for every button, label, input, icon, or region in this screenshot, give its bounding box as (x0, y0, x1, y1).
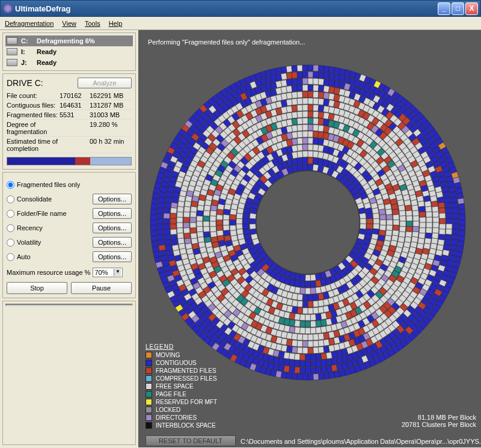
menu-view[interactable]: View (62, 20, 76, 27)
legend-title: LEGEND (146, 343, 217, 350)
radio-volatility[interactable]: Volatility (7, 239, 41, 247)
radio-auto-input[interactable] (7, 253, 14, 261)
progress-seg-free (90, 158, 131, 165)
resource-combo[interactable]: 70%▼ (93, 268, 123, 277)
val-contig: 164631 (60, 102, 90, 109)
label-contig: Contiguous files: (7, 102, 60, 109)
legend-label: CONTIGUOUS (156, 360, 197, 366)
val-eta: 00 h 32 min (90, 138, 132, 152)
drive-row-i[interactable]: I: Ready (5, 46, 133, 57)
legend-swatch (146, 399, 152, 405)
progress-bar (7, 157, 132, 165)
legend-row: INTERBLOCK SPACE (146, 422, 217, 429)
legend-swatch (146, 367, 152, 374)
label-filecount: File count: (7, 92, 60, 99)
legend-label: MOVING (156, 352, 180, 358)
defrag-status-text: Performing "Fragmented files only" defra… (148, 38, 305, 46)
radio-consolidate[interactable]: Consolidate (7, 195, 52, 203)
legend-swatch (146, 360, 152, 366)
drive-row-c[interactable]: C: Defragmenting 6% (5, 35, 133, 46)
legend-row: RESERVED FOR MFT (146, 398, 217, 406)
disk-visualization[interactable] (146, 60, 470, 385)
legend-swatch (146, 391, 152, 397)
label-frag: Fragmented files: (7, 111, 60, 118)
legend-row: DIRECTORIES (146, 414, 217, 422)
options-consolidate[interactable]: Options... (93, 194, 132, 204)
legend-label: RESERVED FOR MFT (156, 399, 217, 405)
log-area (5, 304, 133, 306)
content: C: Defragmenting 6% I: Ready J: Ready DR… (0, 30, 481, 447)
legend-swatch (146, 407, 152, 413)
options-volatility[interactable]: Options... (93, 237, 132, 248)
legend-label: INTERBLOCK SPACE (156, 422, 216, 429)
legend-row: CONTIGUOUS (146, 359, 217, 367)
drive-icon (7, 48, 17, 55)
radio-consolidate-input[interactable] (7, 195, 14, 203)
radio-recency-input[interactable] (7, 224, 14, 232)
legend-label: PAGE FILE (156, 391, 186, 397)
label-eta: Estimated time of completion (7, 138, 60, 152)
val-filecount: 170162 (60, 92, 90, 99)
legend-label: FRAGMENTED FILES (156, 367, 216, 374)
legend-row: MOVING (146, 351, 217, 359)
legend-label: FREE SPACE (156, 383, 194, 390)
sidebar: C: Defragmenting 6% I: Ready J: Ready DR… (0, 30, 138, 447)
titlebar: UltimateDefrag _ □ X (0, 0, 481, 17)
radio-auto[interactable]: Auto (7, 253, 31, 261)
stop-button[interactable]: Stop (7, 282, 67, 294)
resource-value: 70% (94, 269, 108, 276)
menu-tools[interactable]: Tools (85, 20, 100, 27)
minimize-button[interactable]: _ (438, 2, 450, 15)
options-folder[interactable]: Options... (93, 208, 132, 219)
maximize-button[interactable]: □ (452, 2, 464, 15)
pause-button[interactable]: Pause (71, 282, 132, 294)
app-icon (3, 4, 13, 13)
mb-per-block: 81.18 MB Per Block (402, 414, 476, 421)
legend-swatch (146, 375, 152, 382)
drive-icon (7, 59, 17, 66)
legend-label: LOCKED (156, 407, 180, 413)
drive-letter: I: (21, 48, 33, 55)
close-button[interactable]: X (465, 2, 478, 15)
radio-frag-only[interactable]: Fragmented files only (7, 181, 80, 189)
legend-row: PAGE FILE (146, 390, 217, 398)
drive-row-j[interactable]: J: Ready (5, 57, 133, 68)
legend-swatch (146, 414, 152, 421)
val-frag-mb: 31003 MB (90, 111, 132, 118)
progress-seg-contig (7, 158, 75, 165)
reset-button[interactable]: RESET TO DEFAULT (146, 435, 236, 446)
legend-label: COMPRESSED FILES (156, 375, 217, 382)
drive-list: C: Defragmenting 6% I: Ready J: Ready (2, 32, 136, 71)
radio-folder-input[interactable] (7, 210, 14, 218)
legend: LEGEND MOVINGCONTIGUOUSFRAGMENTED FILESC… (146, 343, 217, 429)
menubar: Defragmentation View Tools Help (0, 17, 481, 30)
methods-panel: Fragmented files only ConsolidateOptions… (2, 172, 136, 298)
chevron-down-icon: ▼ (114, 269, 121, 276)
label-resource: Maximum resource usage % (7, 269, 90, 276)
radio-recency[interactable]: Recency (7, 224, 43, 232)
progress-seg-frag (75, 158, 90, 165)
stats-panel: DRIVE C: Analyze File count:170162162291… (2, 73, 136, 170)
legend-swatch (146, 422, 152, 429)
footer-path: C:\Documents and Settings\ploums\Applica… (240, 438, 476, 445)
drive-status: Ready (37, 59, 57, 66)
options-recency[interactable]: Options... (93, 222, 132, 233)
legend-swatch (146, 352, 152, 358)
menu-defragmentation[interactable]: Defragmentation (5, 20, 54, 27)
analyze-button[interactable]: Analyze (78, 78, 132, 88)
window-controls: _ □ X (438, 2, 478, 15)
options-auto[interactable]: Options... (93, 251, 132, 262)
log-panel (2, 301, 136, 445)
radio-volatility-input[interactable] (7, 239, 14, 247)
radio-folder[interactable]: Folder/File name (7, 210, 67, 218)
val-frag: 5531 (60, 111, 90, 118)
legend-row: FRAGMENTED FILES (146, 367, 217, 375)
footer-stats: 81.18 MB Per Block 20781 Clusters Per Bl… (402, 414, 476, 428)
svg-point-0 (256, 171, 360, 274)
menu-help[interactable]: Help (109, 20, 123, 27)
legend-swatch (146, 383, 152, 390)
stats-drive-title: DRIVE C: (7, 78, 43, 88)
label-degree: Degree of fragmentation (7, 121, 60, 135)
val-filecount-mb: 162291 MB (90, 92, 132, 99)
radio-frag-only-input[interactable] (7, 181, 14, 189)
